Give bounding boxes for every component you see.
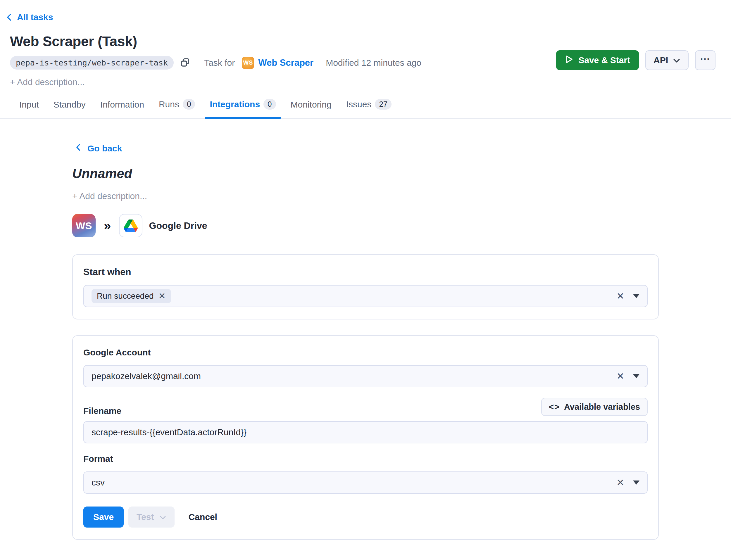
page-title: Web Scraper (Task): [10, 33, 715, 49]
more-options-button[interactable]: ⋯: [695, 50, 716, 70]
remove-chip-icon[interactable]: ✕: [158, 292, 166, 300]
save-and-start-button[interactable]: Save & Start: [556, 50, 639, 70]
cancel-button[interactable]: Cancel: [189, 507, 217, 528]
integration-flow-row: WS » Google Drive: [72, 214, 659, 237]
tab-information[interactable]: Information: [96, 100, 149, 119]
chevron-down-icon: [159, 512, 166, 522]
double-chevron-right-icon: »: [104, 218, 111, 233]
tab-issues[interactable]: Issues27: [341, 99, 397, 119]
google-account-label: Google Account: [83, 348, 648, 357]
web-scraper-source-icon: WS: [72, 214, 96, 237]
tab-monitoring[interactable]: Monitoring: [286, 100, 336, 119]
dropdown-caret-icon[interactable]: [633, 374, 640, 378]
integration-detail: Go back Unnamed + Add description... WS …: [72, 119, 659, 540]
more-icon: ⋯: [700, 53, 711, 65]
all-tasks-back-link[interactable]: All tasks: [6, 12, 53, 22]
format-value: csv: [91, 478, 616, 488]
web-scraper-actor-icon: WS: [242, 57, 254, 69]
start-when-select[interactable]: Run succeeded ✕ ✕: [83, 285, 648, 307]
go-back-link[interactable]: Go back: [75, 143, 122, 154]
tab-bar: Input Standby Information Runs0 Integrat…: [0, 99, 731, 119]
tab-standby[interactable]: Standby: [49, 100, 90, 119]
tab-integrations[interactable]: Integrations0: [205, 99, 280, 119]
integration-name[interactable]: Unnamed: [72, 166, 659, 181]
play-icon: [565, 54, 574, 66]
api-dropdown-button[interactable]: API: [645, 50, 689, 70]
chip-label: Run succeeded: [97, 291, 154, 301]
clear-select-icon[interactable]: ✕: [616, 478, 624, 487]
dropdown-caret-icon[interactable]: [633, 294, 640, 298]
google-account-group: Google Account pepakozelvalek@gmail.com …: [83, 348, 648, 387]
start-when-title: Start when: [83, 267, 648, 277]
run-succeeded-chip: Run succeeded ✕: [91, 289, 171, 303]
save-button[interactable]: Save: [83, 507, 124, 528]
api-label: API: [654, 55, 668, 65]
clear-select-icon[interactable]: ✕: [616, 291, 624, 301]
go-back-label: Go back: [87, 144, 122, 153]
issues-count-badge: 27: [375, 99, 392, 110]
task-id-badge: pepa-is-testing/web-scraper-task: [10, 56, 174, 70]
google-drive-icon: [119, 214, 142, 237]
filename-label: Filename: [83, 406, 121, 416]
filename-input[interactable]: [83, 421, 648, 443]
save-and-start-label: Save & Start: [578, 55, 630, 65]
available-variables-label: Available variables: [564, 402, 640, 412]
code-icon: <>: [549, 402, 560, 412]
dropdown-caret-icon[interactable]: [633, 481, 640, 485]
header-actions: Save & Start API ⋯: [556, 50, 716, 70]
add-description-link[interactable]: + Add description...: [10, 77, 715, 87]
filename-group: Filename <> Available variables: [83, 398, 648, 443]
tab-runs[interactable]: Runs0: [154, 99, 200, 119]
runs-count-badge: 0: [183, 99, 195, 110]
google-account-select[interactable]: pepakozelvalek@gmail.com ✕: [83, 365, 648, 387]
form-actions: Save Test Cancel: [83, 507, 648, 528]
page-header: All tasks Web Scraper (Task) pepa-is-tes…: [0, 0, 731, 87]
task-for-label: Task for: [204, 58, 235, 68]
target-service-name: Google Drive: [149, 220, 207, 231]
integration-add-description-link[interactable]: + Add description...: [72, 191, 659, 201]
integrations-count-badge: 0: [263, 99, 276, 110]
all-tasks-label: All tasks: [17, 12, 53, 22]
clear-select-icon[interactable]: ✕: [616, 371, 624, 381]
test-button[interactable]: Test: [128, 507, 174, 528]
start-when-card: Start when Run succeeded ✕ ✕: [72, 254, 659, 319]
available-variables-button[interactable]: <> Available variables: [541, 398, 648, 416]
copy-icon[interactable]: [179, 57, 191, 69]
chevron-left-icon: [75, 143, 82, 154]
chevron-left-icon: [6, 13, 13, 22]
tab-input[interactable]: Input: [15, 100, 44, 119]
format-select[interactable]: csv ✕: [83, 471, 648, 494]
chevron-down-icon: [673, 55, 680, 65]
modified-timestamp: Modified 12 minutes ago: [326, 58, 421, 68]
google-account-value: pepakozelvalek@gmail.com: [91, 371, 616, 381]
format-label: Format: [83, 454, 648, 464]
format-group: Format csv ✕: [83, 454, 648, 494]
actor-link[interactable]: Web Scraper: [258, 58, 313, 68]
integration-settings-card: Google Account pepakozelvalek@gmail.com …: [72, 335, 659, 540]
test-label: Test: [136, 512, 154, 522]
